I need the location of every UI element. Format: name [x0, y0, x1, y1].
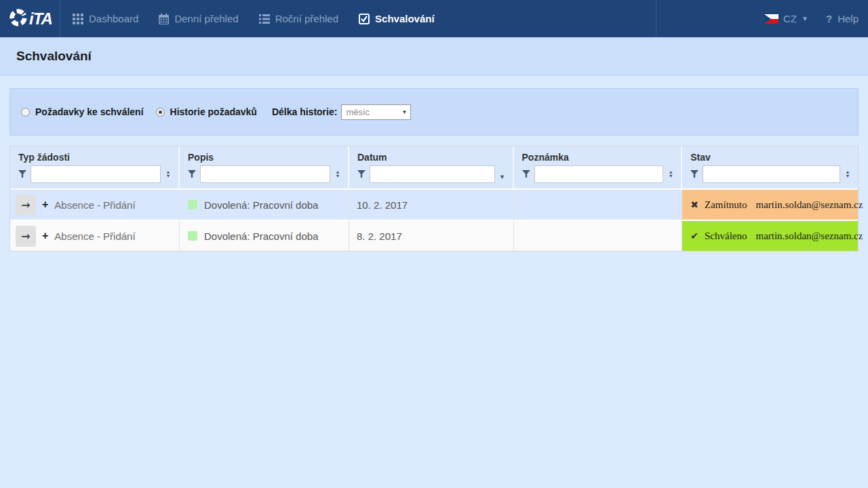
- request-description: Dovolená: Pracovní doba: [204, 199, 318, 211]
- history-radio[interactable]: [156, 108, 165, 117]
- plus-icon: +: [42, 230, 48, 242]
- request-date: 10. 2. 2017: [349, 188, 514, 220]
- status-label: Zamítnuto: [705, 199, 747, 211]
- plus-icon: +: [42, 199, 48, 211]
- history-radio-label[interactable]: Historie požadavků: [170, 106, 257, 117]
- filter-input-poznamka[interactable]: [534, 165, 664, 183]
- check-icon: ✔: [690, 230, 698, 241]
- arrow-right-icon: →: [21, 230, 30, 243]
- filter-funnel-icon[interactable]: [690, 170, 698, 178]
- requests-radio[interactable]: [21, 108, 30, 117]
- category-color-swatch: [188, 231, 197, 241]
- help-label: Help: [837, 13, 859, 24]
- request-type: Absence - Přidání: [54, 199, 135, 211]
- grid-icon: [73, 14, 83, 24]
- table-row: → + Absence - Přidání Dovolená: Pracovní…: [10, 220, 858, 251]
- status-cell-approved: ✔ Schváleno martin.soldan@seznam.cz: [682, 220, 858, 251]
- check-square-icon: [359, 14, 370, 24]
- column-header-poznamka: Poznámka ▲▼: [514, 146, 683, 188]
- nav-item-label: Denní přehled: [174, 13, 238, 24]
- column-header-stav: Stav ▲▼: [682, 146, 858, 188]
- status-cell-rejected: ✖ Zamítnuto martin.soldan@seznam.cz: [682, 188, 858, 220]
- sort-icon[interactable]: ▲▼: [844, 170, 851, 178]
- request-note: [514, 188, 683, 220]
- logo-ring-icon: [7, 7, 28, 31]
- nav-item-rocni-prehled[interactable]: Roční přehled: [259, 13, 338, 24]
- column-title: Datum: [357, 152, 506, 163]
- category-color-swatch: [188, 200, 197, 209]
- approver-email: martin.soldan@seznam.cz: [755, 199, 863, 211]
- sort-icon[interactable]: ▲▼: [334, 170, 341, 178]
- request-date: 8. 2. 2017: [349, 220, 514, 251]
- nav-items: Dashboard Denní přehled: [60, 0, 435, 37]
- filter-funnel-icon[interactable]: [522, 170, 530, 178]
- column-title: Typ žádosti: [18, 152, 172, 163]
- filter-input-stav[interactable]: [703, 165, 840, 183]
- top-navbar: iTA Dashboard: [0, 0, 868, 37]
- column-header-popis: Popis ▲▼: [180, 146, 349, 188]
- table-header-row: Typ žádosti ▲▼ Popis ▲▼ Datum ▼: [10, 146, 858, 188]
- history-length-select[interactable]: měsíc: [341, 104, 411, 120]
- filter-input-typ-zadosti[interactable]: [31, 165, 161, 183]
- radio-group-history: Historie požadavků: [156, 106, 257, 117]
- filter-input-datum[interactable]: [370, 165, 495, 183]
- arrow-right-icon: →: [21, 199, 30, 211]
- filter-input-popis[interactable]: [200, 165, 330, 183]
- navbar-right: CZ ▼ ? Help: [764, 0, 859, 37]
- column-title: Stav: [690, 152, 851, 163]
- logo-text: iTA: [29, 9, 52, 28]
- table-row: → + Absence - Přidání Dovolená: Pracovní…: [10, 188, 858, 220]
- filter-funnel-icon[interactable]: [18, 170, 26, 178]
- column-header-typ-zadosti: Typ žádosti ▲▼: [10, 146, 180, 188]
- table-body: → + Absence - Přidání Dovolená: Pracovní…: [10, 188, 858, 251]
- request-type: Absence - Přidání: [54, 230, 135, 242]
- column-title: Poznámka: [522, 152, 675, 163]
- status-label: Schváleno: [705, 230, 747, 242]
- date-dropdown-caret-icon[interactable]: ▼: [499, 174, 506, 183]
- language-code: CZ: [783, 13, 797, 24]
- help-button[interactable]: ? Help: [826, 13, 859, 24]
- filter-funnel-icon[interactable]: [357, 170, 366, 178]
- navbar-divider: [656, 0, 656, 37]
- nav-item-denni-prehled[interactable]: Denní přehled: [159, 13, 238, 24]
- sort-icon[interactable]: ▲▼: [165, 170, 172, 178]
- filter-funnel-icon[interactable]: [188, 170, 196, 178]
- history-length-label: Délka historie:: [272, 106, 337, 117]
- nav-item-schvalovani[interactable]: Schvalování: [359, 13, 435, 24]
- row-detail-button[interactable]: →: [16, 226, 36, 247]
- column-title: Popis: [188, 152, 341, 163]
- nav-item-dashboard[interactable]: Dashboard: [73, 13, 138, 24]
- czech-flag-icon: [764, 14, 778, 24]
- calendar-icon: [159, 14, 169, 24]
- question-mark-icon: ?: [826, 13, 832, 24]
- chevron-down-icon: ▼: [802, 15, 808, 22]
- column-header-datum: Datum ▼: [349, 146, 514, 188]
- language-selector[interactable]: CZ ▼: [764, 13, 808, 24]
- app-logo[interactable]: iTA: [0, 0, 60, 37]
- request-description: Dovolená: Pracovní doba: [204, 230, 318, 242]
- nav-item-label: Roční přehled: [275, 13, 338, 24]
- history-length-control: Délka historie: měsíc ▼: [272, 104, 411, 120]
- requests-radio-label[interactable]: Požadavky ke schválení: [35, 106, 144, 117]
- sort-icon[interactable]: ▲▼: [667, 170, 674, 178]
- list-icon: [259, 14, 270, 24]
- page-title: Schvalování: [16, 49, 92, 64]
- approvals-table: Typ žádosti ▲▼ Popis ▲▼ Datum ▼: [9, 146, 859, 251]
- nav-item-label: Dashboard: [89, 13, 138, 24]
- x-icon: ✖: [690, 199, 698, 210]
- filter-panel: Požadavky ke schválení Historie požadavk…: [9, 88, 859, 136]
- request-note: [514, 220, 683, 251]
- nav-item-label: Schvalování: [375, 13, 435, 24]
- radio-group-requests: Požadavky ke schválení: [21, 106, 144, 117]
- approver-email: martin.soldan@seznam.cz: [755, 230, 863, 242]
- page-header: Schvalování: [0, 37, 868, 76]
- row-detail-button[interactable]: →: [16, 195, 36, 216]
